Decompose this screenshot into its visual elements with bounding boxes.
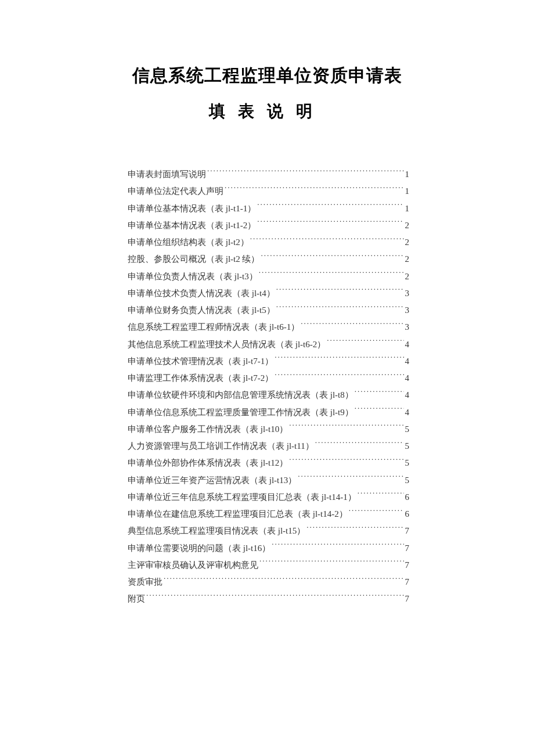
toc-item: 申请单位近三年资产运营情况表（表 jl-t13）5 [128,472,409,489]
toc-dots [349,506,404,517]
toc-item-label: 申请单位外部协作体系情况表（表 jl-t12） [128,455,288,471]
toc-item-label: 申请单位近三年资产运营情况表（表 jl-t13） [128,472,297,489]
toc-dots [225,183,404,194]
document-page: 信息系统工程监理单位资质申请表 填表说明 申请表封面填写说明1申请单位法定代表人… [0,0,534,637]
toc-item-label: 人力资源管理与员工培训工作情况表（表 jl-t11） [128,438,314,455]
toc-dots [164,574,404,585]
toc-item: 申请监理工作体系情况表（表 jl-t7-2）4 [128,370,409,387]
toc-item: 申请单位外部协作体系情况表（表 jl-t12）5 [128,455,409,471]
table-of-contents: 申请表封面填写说明1申请单位法定代表人声明1申请单位基本情况表（表 jl-t1-… [70,166,464,608]
toc-item: 主评审审核员确认及评审机构意见7 [128,557,409,574]
document-title: 信息系统工程监理单位资质申请表 [70,64,464,88]
toc-dots [250,235,404,245]
toc-item: 申请单位法定代表人声明1 [128,183,409,200]
toc-dots [355,405,404,415]
toc-item-page: 3 [405,319,410,336]
toc-item: 典型信息系统工程监理项目情况表（表 jl-t15）7 [128,523,409,539]
toc-item: 申请表封面填写说明1 [128,166,409,183]
toc-item-label: 信息系统工程监理工程师情况表（表 jl-t6-1） [128,319,300,336]
toc-item-page: 1 [405,200,410,217]
toc-item: 资质审批7 [128,574,409,591]
toc-item-page: 7 [405,540,410,557]
toc-item: 申请单位负责人情况表（表 jl-t3）2 [128,268,409,285]
toc-item-page: 6 [405,489,410,506]
toc-dots [259,557,404,568]
toc-dots [257,218,403,228]
toc-item-page: 2 [405,217,410,234]
toc-item-page: 5 [405,455,410,471]
toc-item-label: 申请单位基本情况表（表 jl-t1-1） [128,200,256,217]
toc-item-page: 7 [405,574,410,591]
toc-dots [146,591,404,602]
toc-dots [327,337,403,347]
toc-item-page: 3 [405,285,410,302]
toc-dots [257,201,403,211]
toc-dots [298,473,403,483]
toc-item: 人力资源管理与员工培训工作情况表（表 jl-t11）5 [128,438,409,455]
toc-item-label: 申请单位财务负责人情况表（表 jl-t5） [128,302,275,319]
toc-item-label: 申请单位技术负责人情况表（表 jl-t4） [128,285,275,302]
toc-item-page: 7 [405,523,410,539]
toc-item-page: 1 [405,183,410,200]
toc-item-page: 4 [405,336,410,353]
document-subtitle: 填表说明 [70,100,464,123]
toc-dots [276,286,404,296]
toc-dots [315,438,404,449]
toc-item: 申请单位财务负责人情况表（表 jl-t5）3 [128,302,409,319]
toc-dots [301,319,403,330]
toc-item-label: 申请单位基本情况表（表 jl-t1-2） [128,217,256,234]
toc-item-page: 7 [405,591,410,607]
toc-dots [358,489,404,500]
toc-item: 申请单位软硬件环境和内部信息管理系统情况表（表 jl-t8）4 [128,387,409,404]
toc-item: 申请单位需要说明的问题（表 jl-t16）7 [128,540,409,557]
toc-dots [275,354,403,364]
toc-item-page: 6 [405,506,410,523]
toc-item-page: 2 [405,251,410,268]
toc-item-label: 附页 [128,591,145,607]
toc-item-label: 申请单位近三年信息系统工程监理项目汇总表（表 jl-t14-1） [128,489,356,506]
toc-item-page: 5 [405,438,410,455]
toc-item: 申请单位基本情况表（表 jl-t1-2）2 [128,217,409,234]
toc-item-page: 4 [405,370,410,387]
toc-dots [355,387,404,398]
toc-item: 申请单位在建信息系统工程监理项目汇总表（表 jl-t14-2）6 [128,506,409,523]
toc-dots [259,269,404,279]
toc-item-label: 控股、参股公司概况（表 jl-t2 续） [128,251,260,268]
toc-item-label: 申请监理工作体系情况表（表 jl-t7-2） [128,370,273,387]
toc-item-label: 主评审审核员确认及评审机构意见 [128,557,258,574]
toc-item-page: 3 [405,302,410,319]
toc-item: 申请单位客户服务工作情况表（表 jl-t10）5 [128,421,409,438]
toc-item-label: 申请单位组织结构表（表 jl-t2） [128,234,249,251]
toc-item: 申请单位近三年信息系统工程监理项目汇总表（表 jl-t14-1）6 [128,489,409,506]
toc-item-label: 申请单位客户服务工作情况表（表 jl-t10） [128,421,288,438]
toc-item: 申请单位基本情况表（表 jl-t1-1）1 [128,200,409,217]
toc-item-page: 4 [405,353,410,370]
toc-item-label: 其他信息系统工程监理技术人员情况表（表 jl-t6-2） [128,336,326,353]
toc-item-page: 1 [405,166,410,183]
toc-item-label: 申请单位需要说明的问题（表 jl-t16） [128,540,270,557]
toc-item-label: 申请单位负责人情况表（表 jl-t3） [128,268,258,285]
toc-item: 申请单位技术负责人情况表（表 jl-t4）3 [128,285,409,302]
toc-dots [306,523,403,534]
toc-item-page: 2 [405,268,410,285]
toc-item: 申请单位技术管理情况表（表 jl-t7-1）4 [128,353,409,370]
toc-item-page: 4 [405,404,410,421]
toc-dots [207,167,404,177]
toc-item-page: 5 [405,421,410,438]
toc-item-label: 申请单位软硬件环境和内部信息管理系统情况表（表 jl-t8） [128,387,353,404]
toc-item-page: 2 [405,234,410,251]
toc-item-label: 申请单位信息系统工程监理质量管理工作情况表（表 jl-t9） [128,404,353,421]
toc-item-page: 7 [405,557,410,574]
toc-item: 申请单位信息系统工程监理质量管理工作情况表（表 jl-t9）4 [128,404,409,421]
toc-dots [289,422,403,432]
toc-item-label: 申请单位技术管理情况表（表 jl-t7-1） [128,353,273,370]
toc-item-page: 5 [405,472,410,489]
toc-item-label: 资质审批 [128,574,163,591]
toc-item-label: 申请单位法定代表人声明 [128,183,223,200]
toc-item-label: 申请单位在建信息系统工程监理项目汇总表（表 jl-t14-2） [128,506,348,523]
toc-dots [272,541,403,551]
toc-item: 信息系统工程监理工程师情况表（表 jl-t6-1）3 [128,319,409,336]
toc-item: 申请单位组织结构表（表 jl-t2）2 [128,234,409,251]
toc-item: 其他信息系统工程监理技术人员情况表（表 jl-t6-2）4 [128,336,409,353]
toc-item-label: 典型信息系统工程监理项目情况表（表 jl-t15） [128,523,305,539]
